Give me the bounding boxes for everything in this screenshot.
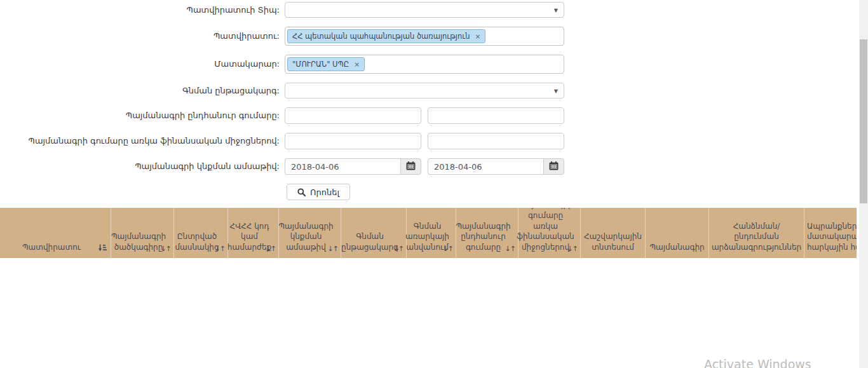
search-filter-form: Պատվիրատուի Տիպ: ▼ Պատվիրատու: ՀՀ պետակա… xyxy=(0,0,868,200)
tag-label: ՀՀ պետական պահպանության ծառայություն xyxy=(292,32,470,41)
calendar-to-button[interactable] xyxy=(543,158,564,175)
selected-tag: ՀՀ պետական պահպանության ծառայություն × xyxy=(287,29,485,43)
calendar-from-button[interactable] xyxy=(400,158,421,175)
column-header-12: Հանձնման/ընդունման արձանագրություններ xyxy=(709,208,804,258)
sort-icon: ↓↑ xyxy=(443,245,453,253)
total-amount-label: Պայմանագրի ընդհանուր գումարը: xyxy=(0,111,285,121)
supplier-multiselect[interactable]: "ՄՈՒՐԱՆ" ՍՊԸ × xyxy=(285,55,564,74)
form-row-procedure: Գնման ընթացակարգ: ▼ xyxy=(0,83,868,99)
column-label: Ընտրված մասնակից xyxy=(175,231,219,253)
calendar-icon xyxy=(549,161,559,172)
search-icon xyxy=(297,188,306,196)
signing-date-label: Պայմանագրի կնքման ամսաթիվ: xyxy=(0,161,285,172)
results-table: ՊատվիրատուՊայմանագրի ծածկագիրը↓↑Ընտրված … xyxy=(0,208,857,258)
column-label: Պայմանագրի կնքման ամսաթիվ xyxy=(278,221,333,253)
customer-label: Պատվիրատու: xyxy=(0,31,285,41)
search-button-label: Որոնել xyxy=(310,187,339,197)
column-header-5[interactable]: Պայմանագրի կնքման ամսաթիվ↓↑ xyxy=(278,208,341,258)
form-row-search: Որոնել xyxy=(0,184,868,200)
sort-icon: ↓↑ xyxy=(393,245,403,253)
column-header-10: Հաշվարկային տնտեսում xyxy=(580,208,645,258)
remove-tag-icon[interactable]: × xyxy=(354,61,360,68)
date-to-group xyxy=(428,158,564,175)
calendar-icon xyxy=(406,161,416,172)
sort-icon: ↓↑ xyxy=(505,245,515,253)
table-header-row: ՊատվիրատուՊայմանագրի ծածկագիրը↓↑Ընտրված … xyxy=(0,208,857,258)
customer-multiselect[interactable]: ՀՀ պետական պահպանության ծառայություն × xyxy=(285,27,564,46)
selected-tag: "ՄՈՒՐԱՆ" ՍՊԸ × xyxy=(287,57,365,71)
column-header-4[interactable]: ՀՎՀՀ կոդ կամ համարժեք↓↑ xyxy=(227,208,278,258)
funds-amount-label: Պայմանագրի գումարը առկա ֆինանսական միջոց… xyxy=(0,136,285,146)
column-header-8[interactable]: Պայմանագրի ընդհանուր գումարը↓↑ xyxy=(456,208,518,258)
funds-amount-from-input[interactable] xyxy=(285,133,421,149)
form-row-customer: Պատվիրատու: ՀՀ պետական պահպանության ծառա… xyxy=(0,27,868,46)
column-label: Պատվիրատու xyxy=(22,242,81,253)
total-amount-from-input[interactable] xyxy=(285,107,421,124)
column-header-1[interactable]: Պատվիրատու xyxy=(0,208,111,258)
sort-amount-asc-icon xyxy=(98,244,107,254)
date-from-input[interactable] xyxy=(285,158,400,175)
column-header-13: Ապրանքների մատակարարման հարկային հաշիվ xyxy=(804,208,857,258)
sort-icon: ↓↑ xyxy=(328,245,338,253)
customer-type-select[interactable]: ▼ xyxy=(285,2,564,18)
tag-label: "ՄՈՒՐԱՆ" ՍՊԸ xyxy=(292,60,349,69)
column-label: Ապրանքների մատակարարման հարկային հաշիվ xyxy=(807,221,857,253)
form-row-funds-amount: Պայմանագրի գումարը առկա ֆինանսական միջոց… xyxy=(0,133,868,149)
sort-icon: ↓↑ xyxy=(215,245,225,253)
chevron-down-icon: ▼ xyxy=(554,88,558,93)
scrollbar-thumb[interactable] xyxy=(860,39,867,203)
chevron-down-icon: ▼ xyxy=(554,7,558,13)
procedure-label: Գնման ընթացակարգ: xyxy=(0,86,285,96)
column-header-9[interactable]: Պայմանագրի գումարը առկա ֆինանսական միջոց… xyxy=(518,208,580,258)
total-amount-to-input[interactable] xyxy=(428,107,564,124)
column-label: Պայմանագրի ընդհանուր գումարը xyxy=(456,221,510,253)
search-button[interactable]: Որոնել xyxy=(287,184,350,200)
remove-tag-icon[interactable]: × xyxy=(475,33,481,40)
column-header-6[interactable]: Գնման ընթացակարգ↓↑ xyxy=(341,208,406,258)
column-label: Գնման ընթացակարգ xyxy=(341,231,398,253)
sort-icon: ↓↑ xyxy=(161,245,171,253)
procedure-select[interactable]: ▼ xyxy=(285,83,564,99)
customer-type-label: Պատվիրատուի Տիպ: xyxy=(0,5,285,15)
form-row-supplier: Մատակարար: "ՄՈՒՐԱՆ" ՍՊԸ × xyxy=(0,55,868,74)
column-header-7[interactable]: Գնման առարկայի անվանում↓↑ xyxy=(406,208,456,258)
date-from-group xyxy=(285,158,421,175)
column-label: Հաշվարկային տնտեսում xyxy=(584,231,642,253)
supplier-label: Մատակարար: xyxy=(0,59,285,69)
column-header-2[interactable]: Պայմանագրի ծածկագիրը↓↑ xyxy=(111,208,173,258)
funds-amount-to-input[interactable] xyxy=(428,133,564,149)
form-row-customer-type: Պատվիրատուի Տիպ: ▼ xyxy=(0,2,868,18)
sort-icon: ↓↑ xyxy=(266,245,276,253)
column-label: Պայմանագրի ծածկագիրը xyxy=(111,231,166,253)
column-label: Պայմանագիր xyxy=(649,242,704,253)
column-header-3[interactable]: Ընտրված մասնակից↓↑ xyxy=(173,208,227,258)
sort-icon: ↓↑ xyxy=(567,245,578,253)
form-row-signing-date: Պայմանագրի կնքման ամսաթիվ: xyxy=(0,158,868,175)
activate-windows-watermark: Activate Windows xyxy=(704,357,811,368)
vertical-scrollbar[interactable] xyxy=(859,0,868,368)
column-label: Պայմանագրի գումարը առկա ֆինանսական միջոց… xyxy=(517,208,574,253)
column-header-11: Պայմանագիր xyxy=(645,208,709,258)
form-row-total-amount: Պայմանագրի ընդհանուր գումարը: xyxy=(0,107,868,124)
date-to-input[interactable] xyxy=(428,158,543,175)
column-label: Հանձնման/ընդունման արձանագրություններ xyxy=(712,221,801,253)
